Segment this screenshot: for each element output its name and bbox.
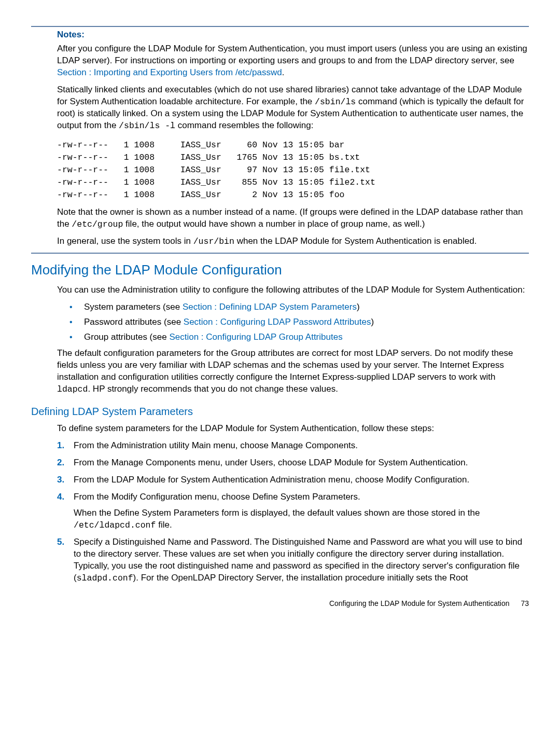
steps-list: From the Administration utility Main men… — [57, 440, 529, 584]
text: file. — [156, 520, 172, 530]
inline-code: /sbin/ls -l — [119, 121, 175, 131]
text: From the Manage Components menu, under U… — [74, 458, 468, 467]
page-footer: Configuring the LDAP Module for System A… — [31, 599, 529, 609]
text: . — [282, 67, 285, 77]
list-item: Group attributes (see Section : Configur… — [69, 331, 529, 343]
defining-intro: To define system parameters for the LDAP… — [57, 423, 529, 435]
text: ) — [357, 302, 360, 312]
attributes-list: System parameters (see Section : Definin… — [69, 301, 529, 343]
text: From the Administration utility Main men… — [74, 440, 358, 450]
page-number: 73 — [521, 599, 529, 609]
footer-text: Configuring the LDAP Module for System A… — [329, 599, 510, 607]
text: When the Define System Parameters form i… — [74, 508, 480, 518]
text: After you configure the LDAP Module for … — [57, 44, 527, 65]
step-item: From the Modify Configuration menu, choo… — [57, 491, 529, 531]
inline-code: /sbin/ls — [315, 97, 356, 107]
step-item: From the Administration utility Main men… — [57, 440, 529, 452]
list-item: System parameters (see Section : Definin… — [69, 301, 529, 313]
text: ). For the OpenLDAP Directory Server, th… — [133, 573, 468, 583]
link-configuring-group-attributes[interactable]: Section : Configuring LDAP Group Attribu… — [169, 332, 342, 342]
text: Password attributes (see — [84, 317, 184, 327]
notes-paragraph-4: In general, use the system tools in /usr… — [57, 236, 529, 247]
notes-paragraph-1: After you configure the LDAP Module for … — [57, 43, 529, 79]
text: The default configuration parameters for… — [57, 348, 513, 382]
section-heading-modify-ldap: Modifying the LDAP Module Configuration — [31, 261, 529, 279]
text: command resembles the following: — [175, 120, 313, 130]
text: . HP strongly recommends that you do not… — [88, 384, 338, 394]
notes-paragraph-2: Statically linked clients and executable… — [57, 84, 529, 132]
subsection-heading-defining-parameters: Defining LDAP System Parameters — [31, 405, 529, 419]
top-rule — [31, 26, 529, 27]
text: when the LDAP Module for System Authenti… — [234, 236, 477, 246]
link-import-export-users[interactable]: Section : Importing and Exporting Users … — [57, 67, 282, 77]
text: ) — [371, 317, 374, 327]
link-configuring-password-attributes[interactable]: Section : Configuring LDAP Password Attr… — [184, 317, 371, 327]
inline-code: /etc/ldapcd.conf — [74, 520, 156, 530]
text: From the Modify Configuration menu, choo… — [74, 492, 360, 502]
step-item: From the Manage Components menu, under U… — [57, 457, 529, 469]
text: Group attributes (see — [84, 332, 169, 342]
list-item: Password attributes (see Section : Confi… — [69, 316, 529, 328]
inline-code: sladpd.conf — [77, 573, 133, 583]
inline-code: /etc/group — [72, 219, 123, 229]
text: In general, use the system tools in — [57, 236, 193, 246]
notes-heading: Notes: — [57, 29, 529, 41]
step-item: Specify a Distinguished Name and Passwor… — [57, 536, 529, 584]
modify-intro: You can use the Administration utility t… — [57, 284, 529, 296]
text: System parameters (see — [84, 302, 183, 312]
inline-code: ldapcd — [57, 384, 88, 394]
notes-paragraph-3: Note that the owner is shown as a number… — [57, 206, 529, 230]
text: From the LDAP Module for System Authenti… — [74, 475, 469, 485]
link-defining-system-parameters[interactable]: Section : Defining LDAP System Parameter… — [183, 302, 357, 312]
bottom-rule — [31, 253, 529, 254]
code-listing-ls-output: -rw-r--r-- 1 1008 IASS_Usr 60 Nov 13 15:… — [57, 139, 529, 201]
step-subparagraph: When the Define System Parameters form i… — [74, 507, 529, 531]
inline-code: /usr/bin — [193, 237, 234, 246]
step-item: From the LDAP Module for System Authenti… — [57, 474, 529, 486]
text: file, the output would have shown a numb… — [123, 219, 425, 229]
modify-paragraph-2: The default configuration parameters for… — [57, 348, 529, 395]
